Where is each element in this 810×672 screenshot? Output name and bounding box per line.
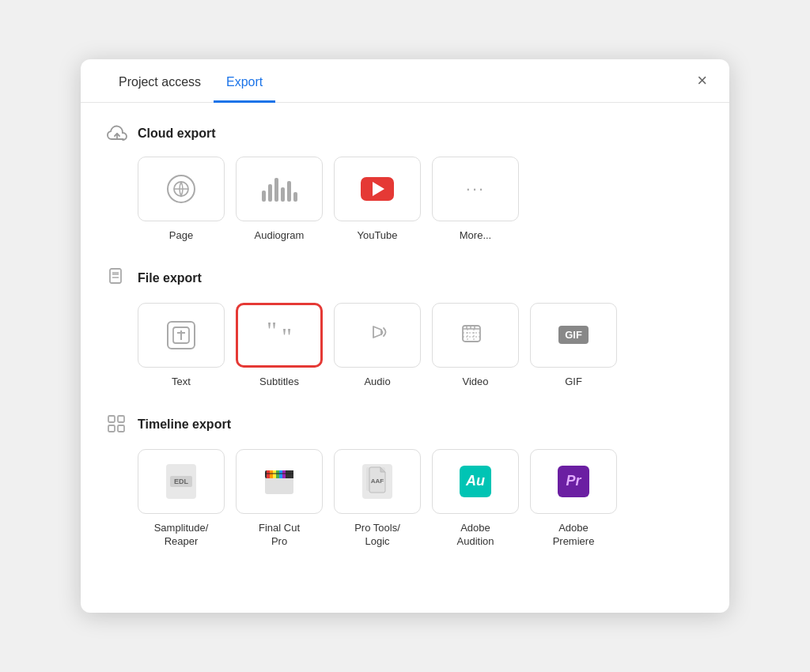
subtitles-box[interactable]: " " bbox=[236, 303, 323, 368]
cloud-export-section: Cloud export Page bbox=[106, 125, 704, 243]
audio-box[interactable] bbox=[334, 303, 421, 368]
svg-rect-26 bbox=[267, 470, 270, 478]
page-box[interactable] bbox=[138, 157, 225, 221]
export-item-premiere[interactable]: Pr Adobe Premiere bbox=[530, 449, 617, 549]
gif-icon: GIF bbox=[558, 326, 589, 344]
premiere-label: Adobe Premiere bbox=[553, 522, 595, 549]
tab-export[interactable]: Export bbox=[214, 59, 275, 103]
export-item-text[interactable]: Text bbox=[138, 303, 225, 389]
svg-rect-23 bbox=[118, 425, 124, 432]
file-export-items: Text " " Subtitles bbox=[106, 303, 704, 389]
more-icon: ··· bbox=[466, 179, 485, 199]
subtitles-icon: " " bbox=[267, 321, 292, 349]
text-label: Text bbox=[172, 376, 191, 389]
audition-icon: Au bbox=[460, 466, 491, 497]
file-export-title: File export bbox=[138, 271, 202, 285]
premiere-box[interactable]: Pr bbox=[530, 449, 617, 514]
audition-label: Adobe Audition bbox=[457, 522, 494, 549]
audiogram-label: Audiogram bbox=[255, 229, 305, 243]
page-icon bbox=[167, 175, 195, 203]
youtube-play-triangle bbox=[373, 182, 384, 196]
cloud-export-header: Cloud export bbox=[106, 125, 704, 142]
gif-label: GIF bbox=[565, 376, 582, 389]
export-item-finalcut[interactable]: Final Cut Pro bbox=[236, 449, 323, 549]
svg-rect-30 bbox=[279, 470, 282, 478]
youtube-label: YouTube bbox=[357, 229, 397, 243]
tab-project-access[interactable]: Project access bbox=[106, 59, 214, 103]
youtube-box[interactable] bbox=[334, 157, 421, 221]
file-export-header: File export bbox=[106, 268, 704, 289]
export-item-protools[interactable]: AAF Pro Tools/ Logic bbox=[334, 449, 421, 549]
export-item-audition[interactable]: Au Adobe Audition bbox=[432, 449, 519, 549]
svg-rect-28 bbox=[273, 470, 276, 478]
video-label: Video bbox=[462, 376, 488, 389]
export-dialog: Project access Export × Cloud export bbox=[81, 59, 729, 613]
dialog-content: Cloud export Page bbox=[81, 103, 729, 599]
audiogram-box[interactable] bbox=[236, 157, 323, 221]
text-box[interactable] bbox=[138, 303, 225, 368]
page-label: Page bbox=[169, 229, 193, 243]
text-icon bbox=[167, 321, 195, 349]
timeline-export-items: EDL Samplitude/ Reaper bbox=[106, 449, 704, 549]
timeline-icon bbox=[106, 414, 128, 435]
svg-rect-32 bbox=[286, 470, 293, 478]
export-item-audiogram[interactable]: Audiogram bbox=[236, 157, 323, 243]
svg-rect-24 bbox=[265, 477, 293, 494]
finalcut-icon bbox=[263, 466, 295, 497]
svg-rect-31 bbox=[282, 470, 286, 478]
audition-box[interactable]: Au bbox=[432, 449, 519, 514]
dialog-header: Project access Export × bbox=[81, 59, 729, 103]
finalcut-label: Final Cut Pro bbox=[259, 522, 300, 549]
more-box[interactable]: ··· bbox=[432, 157, 519, 221]
svg-rect-11 bbox=[463, 326, 480, 342]
samplitude-icon: EDL bbox=[166, 464, 196, 499]
premiere-icon: Pr bbox=[558, 466, 589, 497]
file-export-section: File export bbox=[106, 268, 704, 389]
subtitles-label: Subtitles bbox=[259, 376, 299, 389]
timeline-export-header: Timeline export bbox=[106, 414, 704, 435]
finalcut-box[interactable] bbox=[236, 449, 323, 514]
samplitude-label: Samplitude/ Reaper bbox=[154, 522, 209, 549]
export-item-video[interactable]: Video bbox=[432, 303, 519, 389]
export-item-audio[interactable]: Audio bbox=[334, 303, 421, 389]
export-item-gif[interactable]: GIF GIF bbox=[530, 303, 617, 389]
export-item-youtube[interactable]: YouTube bbox=[334, 157, 421, 243]
protools-icon: AAF bbox=[362, 464, 392, 499]
protools-label: Pro Tools/ Logic bbox=[354, 522, 400, 549]
samplitude-box[interactable]: EDL bbox=[138, 449, 225, 514]
svg-rect-21 bbox=[118, 416, 124, 422]
svg-text:AAF: AAF bbox=[371, 478, 384, 485]
audio-label: Audio bbox=[364, 376, 390, 389]
export-item-subtitles[interactable]: " " Subtitles bbox=[236, 303, 323, 389]
export-item-page[interactable]: Page bbox=[138, 157, 225, 243]
svg-rect-22 bbox=[108, 425, 115, 432]
cloud-export-items: Page Audiogram bbox=[106, 157, 704, 243]
file-icon bbox=[106, 268, 128, 289]
export-item-more[interactable]: ··· More... bbox=[432, 157, 519, 243]
svg-rect-3 bbox=[110, 269, 121, 283]
svg-rect-27 bbox=[270, 470, 273, 478]
timeline-export-section: Timeline export EDL Samplitude/ Reaper bbox=[106, 414, 704, 549]
protools-box[interactable]: AAF bbox=[334, 449, 421, 514]
cloud-icon bbox=[106, 125, 128, 142]
gif-box[interactable]: GIF bbox=[530, 303, 617, 368]
video-box[interactable] bbox=[432, 303, 519, 368]
more-label: More... bbox=[460, 229, 491, 243]
svg-rect-29 bbox=[276, 470, 279, 478]
cloud-export-title: Cloud export bbox=[138, 126, 216, 141]
youtube-icon bbox=[361, 177, 394, 201]
close-button[interactable]: × bbox=[694, 69, 710, 92]
timeline-export-title: Timeline export bbox=[138, 417, 231, 432]
svg-rect-20 bbox=[108, 416, 115, 422]
export-item-samplitude[interactable]: EDL Samplitude/ Reaper bbox=[138, 449, 225, 549]
video-icon bbox=[461, 323, 490, 348]
audiogram-icon bbox=[262, 176, 297, 202]
audio-icon bbox=[364, 319, 391, 351]
